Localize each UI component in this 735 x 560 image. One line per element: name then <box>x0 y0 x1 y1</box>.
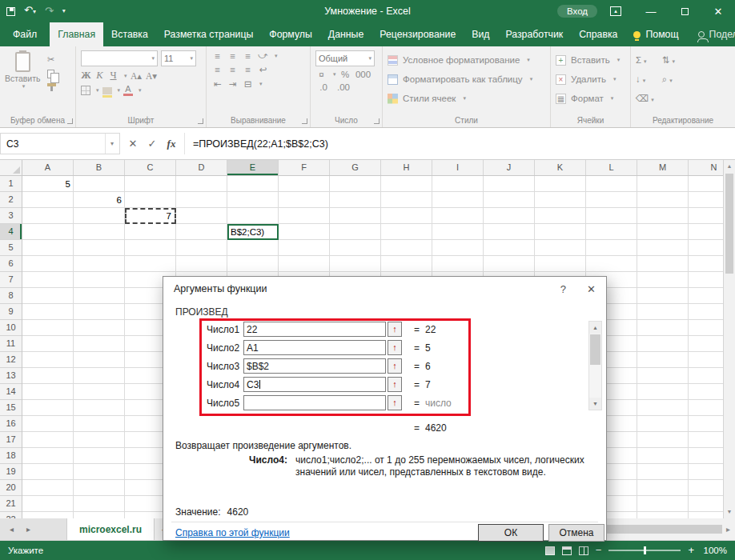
tab-Справка[interactable]: Справка <box>571 22 625 46</box>
autosum-button[interactable]: Σ▾ <box>636 52 654 66</box>
formula-input[interactable]: =ПРОИЗВЕД(22;A1;$B$2;C3) <box>185 138 328 150</box>
normal-view-icon[interactable] <box>545 546 555 555</box>
percent-style-icon[interactable]: % <box>339 70 351 79</box>
tab-file[interactable]: Файл <box>0 22 50 46</box>
range-picker-button[interactable]: ↑ <box>388 358 402 374</box>
redo-icon[interactable]: ↷ <box>45 0 54 22</box>
row-header-1[interactable]: 1 <box>0 176 22 192</box>
cell-B2[interactable]: 6 <box>74 192 125 208</box>
vertical-scroll-thumb[interactable] <box>725 174 733 274</box>
sign-in-button[interactable]: Вход <box>557 5 597 18</box>
font-color-icon[interactable]: А <box>123 85 133 96</box>
tab-Данные[interactable]: Данные <box>320 22 372 46</box>
maximize-button[interactable] <box>668 0 701 22</box>
italic-button[interactable]: К <box>94 70 105 82</box>
underline-button[interactable]: Ч <box>108 70 118 82</box>
row-header-14[interactable]: 14 <box>0 384 22 400</box>
insert-function-button[interactable]: fx <box>162 138 181 150</box>
dialog-launcher-icon[interactable] <box>67 118 73 124</box>
fill-button[interactable]: ↓▾ <box>636 71 654 86</box>
cut-icon[interactable]: ✂ <box>47 54 56 65</box>
align-top-icon[interactable]: ≡ <box>211 51 223 61</box>
column-header-N[interactable]: N <box>689 160 723 175</box>
copy-icon[interactable] <box>47 70 54 78</box>
delete-cells-button[interactable]: × Удалить▾ <box>556 70 627 89</box>
decrease-decimal-icon[interactable]: .00 <box>335 82 352 92</box>
range-picker-button[interactable]: ↑ <box>388 322 402 337</box>
page-break-view-icon[interactable] <box>579 546 588 555</box>
format-painter-icon[interactable] <box>47 83 56 86</box>
row-header-8[interactable]: 8 <box>0 288 22 304</box>
zoom-slider[interactable] <box>608 550 681 551</box>
ribbon-display-options-icon[interactable]: ▴ <box>610 6 621 16</box>
row-header-6[interactable]: 6 <box>0 256 22 272</box>
dialog-launcher-icon[interactable] <box>198 118 203 124</box>
column-header-E[interactable]: E <box>227 160 279 175</box>
arg-input-Число5[interactable] <box>243 395 386 410</box>
format-cells-button[interactable]: ▦ Формат▾ <box>556 89 627 108</box>
row-header-13[interactable]: 13 <box>0 368 22 384</box>
increase-decimal-icon[interactable]: .0 <box>315 82 331 92</box>
tab-Главная[interactable]: Главная <box>50 22 103 46</box>
column-header-C[interactable]: C <box>125 160 176 175</box>
tab-Разработчик[interactable]: Разработчик <box>497 22 571 46</box>
range-picker-button[interactable]: ↑ <box>388 377 402 392</box>
scroll-up-icon[interactable]: ▲ <box>724 160 735 173</box>
cell-A1[interactable]: 5 <box>22 176 74 192</box>
grow-font-icon[interactable]: А▴ <box>131 70 143 82</box>
scroll-right-icon[interactable]: ▸ <box>726 525 730 534</box>
row-header-11[interactable]: 11 <box>0 336 22 352</box>
fill-color-icon[interactable] <box>102 87 112 94</box>
column-header-H[interactable]: H <box>381 160 432 175</box>
arg-input-Число4[interactable]: C3 <box>243 377 386 392</box>
cancel-button[interactable]: Отмена <box>548 524 604 542</box>
align-middle-icon[interactable]: ≡ <box>227 51 239 61</box>
insert-cells-button[interactable]: + Вставить▾ <box>556 50 627 70</box>
sort-filter-button[interactable]: ⇅▾ <box>662 52 675 66</box>
column-header-I[interactable]: I <box>432 160 484 175</box>
dialog-launcher-icon[interactable] <box>302 118 307 124</box>
font-size-select[interactable]: 11▾ <box>161 50 196 66</box>
column-header-K[interactable]: K <box>535 160 586 175</box>
cell-styles-button[interactable]: Стили ячеек▾ <box>388 89 547 108</box>
shrink-font-icon[interactable]: А▾ <box>146 70 158 82</box>
scroll-down-icon[interactable]: ▼ <box>724 506 735 518</box>
minimize-button[interactable]: — <box>634 0 668 22</box>
zoom-out-icon[interactable]: − <box>596 542 602 559</box>
scroll-up-icon[interactable]: ▲ <box>589 322 601 334</box>
orientation-icon[interactable]: ⤻ <box>257 50 269 61</box>
format-as-table-button[interactable]: Форматировать как таблицу▾ <box>388 70 547 89</box>
row-header-17[interactable]: 17 <box>0 432 22 448</box>
accounting-format-icon[interactable]: ¤ <box>315 70 327 79</box>
row-header-16[interactable]: 16 <box>0 416 22 432</box>
row-header-5[interactable]: 5 <box>0 240 22 256</box>
select-all-corner[interactable] <box>0 160 22 176</box>
dialog-scrollbar[interactable]: ▲ ▼ <box>588 321 602 410</box>
tab-Рецензирование[interactable]: Рецензирование <box>372 22 464 46</box>
row-header-9[interactable]: 9 <box>0 304 22 320</box>
column-header-M[interactable]: M <box>637 160 689 175</box>
range-picker-button[interactable]: ↑ <box>388 395 402 410</box>
customize-qat-icon[interactable]: ▾ <box>62 0 66 22</box>
name-box-chevron-icon[interactable]: ▾ <box>105 134 114 154</box>
paste-button[interactable]: Вставить ▾ <box>5 50 40 90</box>
function-help-link[interactable]: Справка по этой функции <box>175 527 290 538</box>
column-header-B[interactable]: B <box>74 160 125 175</box>
bold-button[interactable]: Ж <box>81 70 91 82</box>
ok-button[interactable]: ОК <box>478 524 544 542</box>
align-bottom-icon[interactable]: ≡ <box>242 51 254 61</box>
dialog-scroll-thumb[interactable] <box>590 334 600 365</box>
undo-icon[interactable]: ↶▾ <box>24 0 36 23</box>
sheet-tab[interactable]: microexcel.ru <box>67 518 155 540</box>
align-center-icon[interactable]: ≡ <box>227 65 239 74</box>
merge-center-icon[interactable]: ⊟ <box>242 78 254 90</box>
row-header-21[interactable]: 21 <box>0 496 22 512</box>
scroll-down-icon[interactable]: ▼ <box>589 398 601 410</box>
tab-assistant[interactable]: Помощ <box>625 22 686 46</box>
column-header-J[interactable]: J <box>484 160 535 175</box>
close-button[interactable]: ✕ <box>701 0 735 22</box>
comma-style-icon[interactable]: 000 <box>355 70 372 79</box>
next-sheet-icon[interactable]: ▸ <box>26 525 30 534</box>
find-select-button[interactable]: ⌕▾ <box>662 71 675 86</box>
row-header-20[interactable]: 20 <box>0 480 22 496</box>
